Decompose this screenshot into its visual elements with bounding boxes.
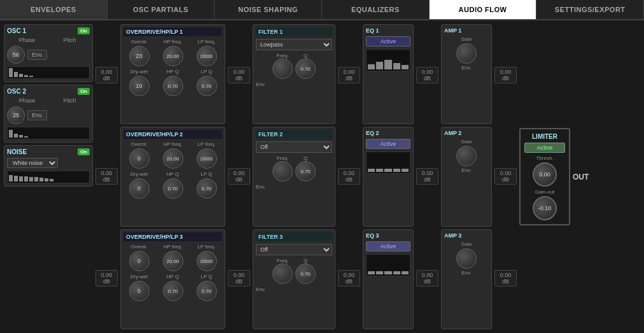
amp1-env-label: Env. [461,65,471,71]
osc1-knob-row: 56 Env. [7,46,90,64]
limiter-thresh-knob[interactable]: 0.00 [533,162,557,187]
eq3-header: EQ 3 [366,232,410,239]
od3-hpfreq-label: HP freq. [164,244,182,250]
od2-lpq-knob[interactable]: 0.70 [197,178,217,199]
tab-audio-flow[interactable]: AUDIO FLOW [430,0,537,19]
filter3-env-label: Env. [256,287,265,292]
limiter-active-button[interactable]: Active [524,143,565,153]
od1-drywet-knob[interactable]: 10 [129,76,150,96]
filter3-freq-knob[interactable] [272,264,293,284]
eq1-bar-5 [402,65,409,69]
osc1-on-badge: On [78,27,90,34]
db-noise-od3[interactable]: 0.00 dB [95,270,118,287]
tab-noise-shaping[interactable]: NOISE SHAPING [214,0,322,19]
od1-lpq-knob[interactable]: 0.70 [197,76,217,96]
od3-hpq-label: HP Q [167,274,179,280]
osc2-knob-row: 25 Env. [7,106,90,124]
filter1-freq-knob[interactable] [272,59,293,79]
od2-hpfreq-knob[interactable]: 20.00 [163,148,183,169]
od1-hpfreq-knob[interactable]: 20.00 [163,46,183,66]
tab-osc-partials[interactable]: OSC PARTIALS [108,0,215,19]
db-f3-eq3[interactable]: 0.00 dB [338,270,360,287]
db-f1-eq1[interactable]: 0.00 dB [338,67,360,83]
eq2-active-button[interactable]: Active [366,139,410,149]
eq2-header: EQ 2 [366,130,410,136]
limiter-gainout-knob[interactable]: -0.10 [533,196,557,220]
od3-drywet-knob[interactable]: 0 [129,281,150,301]
od3-lpq-param: LP Q 0.70 [191,274,222,301]
eq1-bar-1 [368,64,375,69]
tab-equalizers[interactable]: EQUALIZERS [322,0,430,19]
db-od2-f2[interactable]: 0.00 dB [228,168,250,185]
limiter-title: LIMITER [532,133,557,140]
od2-hpfreq-label: HP freq. [164,141,182,147]
od2-hpq-label: HP Q [167,171,179,177]
noise-bar-2 [14,176,18,181]
osc2-block: OSC 2 On Phase Pitch 25 Env. [4,85,93,143]
od3-hpfreq-knob[interactable]: 20.00 [163,251,183,271]
db-amp1-limiter[interactable]: 0.00 dB [494,67,517,83]
tab-settings-export[interactable]: SETTINGS/EXPORT [536,0,644,19]
od1-bot-row: Dry-wet 10 HP Q 0.70 LP Q 0.70 [123,69,222,96]
filter3-type-select[interactable]: Lowpass Highpass Bandpass Notch Off [256,244,332,255]
osc1-phase-knob[interactable]: 56 [7,46,25,64]
od3-overdr-knob[interactable]: 0 [129,251,150,271]
od2-overdr-knob[interactable]: 0 [129,148,150,169]
osc2-pitch-label: Pitch [50,97,90,104]
db-amp2-limiter[interactable]: 0.00 dB [494,168,517,185]
osc1-bar-5 [29,76,33,77]
amp2-gain-knob[interactable] [456,146,477,166]
noise-header: NOISE On [7,148,90,155]
amp3-gain-knob[interactable] [456,248,477,269]
od1-hpq-knob[interactable]: 0.70 [163,76,183,96]
osc2-on-badge: On [78,88,90,95]
noise-type-select[interactable]: White noise Pink noise Brown noise [7,158,58,168]
osc2-bar-2 [14,134,18,138]
od2-lpfreq-knob[interactable]: 20000 [197,148,217,169]
od2-drywet-knob[interactable]: 0 [129,178,150,199]
tab-envelopes[interactable]: ENVELOPES [0,0,108,19]
db-osc2-od2[interactable]: 0.00 dB [95,168,118,185]
od1-lpfreq-knob[interactable]: 20000 [197,46,217,66]
od3-bot-row: Dry-wet 0 HP Q 0.70 LP Q 0.70 [123,274,222,301]
db-f2-eq2[interactable]: 0.00 dB [338,168,360,185]
od2-hpq-knob[interactable]: 0.70 [163,178,183,199]
db-od1-f1[interactable]: 0.00 dB [228,67,250,83]
amp2-gain-label: Gain [461,139,472,145]
osc1-pitch-label: Pitch [50,37,90,43]
eq2-bar-1 [368,169,375,172]
filter1-env-label: Env. [256,81,265,87]
db-eq2-amp2[interactable]: 0.00 dB [416,168,438,185]
osc1-env-button[interactable]: Env. [27,50,47,60]
db-eq1-amp1[interactable]: 0.00 dB [416,67,438,83]
osc2-phase-knob[interactable]: 25 [7,106,25,124]
filter2-q-knob[interactable]: 0.70 [295,161,316,181]
filter2-block: FILTER 2 Lowpass Highpass Bandpass Notch… [253,127,335,227]
db-od3-f3[interactable]: 0.00 dB [228,270,250,287]
noise-type-row: White noise Pink noise Brown noise [7,158,90,168]
db-amp3-limiter[interactable]: 0.00 dB [494,270,517,287]
filter3-q-knob[interactable]: 0.70 [295,264,316,284]
od1-overdr-knob[interactable]: 23 [129,46,150,66]
od3-hpq-knob[interactable]: 0.70 [163,281,183,301]
db-osc1-od1[interactable]: 0.00 dB [95,67,118,83]
od2-hpq-param: HP Q 0.70 [157,171,188,199]
filter2-freq-knob[interactable] [272,161,293,181]
amp2-block: AMP 2 Gain Env. [441,127,492,227]
filter2-type-select[interactable]: Lowpass Highpass Bandpass Notch Off [256,141,332,153]
amp1-gain-knob[interactable] [456,43,477,64]
eq1-active-button[interactable]: Active [366,36,410,46]
filter1-type-select[interactable]: Lowpass Highpass Bandpass Notch Off [256,39,332,50]
od2-lpq-param: LP Q 0.70 [191,171,222,199]
osc2-env-button[interactable]: Env. [27,110,47,120]
filter1-q-knob[interactable]: 0.70 [295,59,316,79]
osc1-bar-2 [14,72,18,77]
filter3-header: FILTER 3 [256,232,332,241]
od2-overdr-label: Overdr. [130,141,147,147]
eq3-active-button[interactable]: Active [366,241,410,252]
od3-lpfreq-knob[interactable]: 20000 [197,251,217,271]
amp3-gain-label: Gain [461,241,472,247]
db-eq3-amp3[interactable]: 0.00 dB [416,270,438,287]
filter3-freq-q-row: Freq. Q 0.70 [256,258,332,284]
od3-lpq-knob[interactable]: 0.70 [197,281,217,301]
